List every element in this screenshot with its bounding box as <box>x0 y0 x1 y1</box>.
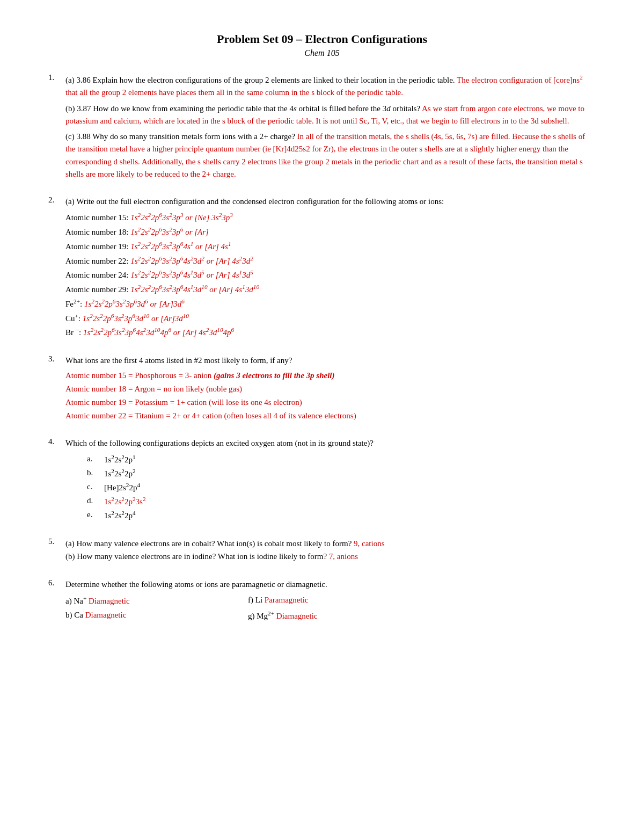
problem-1: 1. (a) 3.86 Explain how the electron con… <box>48 73 596 180</box>
problem-1a: (a) 3.86 Explain how the electron config… <box>65 73 596 99</box>
problem-1b: (b) 3.87 How do we know from examining t… <box>65 103 596 128</box>
option-c: c. [He]2s22p4 <box>87 480 596 494</box>
p6-row1-col2: f) Li Paramagnetic <box>248 594 596 607</box>
problem-1-number: 1. <box>48 73 61 180</box>
problem-3-number: 3. <box>48 354 61 422</box>
problem-6: 6. Determine whether the following atoms… <box>48 578 596 622</box>
ion-19: Atomic number 19 = Potassium = 1+ cation… <box>65 396 596 409</box>
page-subtitle: Chem 105 <box>48 48 596 58</box>
atom-18: Atomic number 18: 1s22s22p63s23p6 or [Ar… <box>65 224 596 239</box>
problem-2: 2. (a) Write out the full electron confi… <box>48 195 596 339</box>
problem-2-atoms: Atomic number 15: 1s22s22p63s23p3 or [Ne… <box>65 210 596 339</box>
problem-2-intro: (a) Write out the full electron configur… <box>65 195 596 208</box>
option-b: b. 1s22s22p2 <box>87 466 596 480</box>
p6-row1-col1: a) Na+ Diamagnetic <box>65 594 237 607</box>
ion-15: Atomic number 15 = Phosphorous = 3- anio… <box>65 369 596 382</box>
page-title: Problem Set 09 – Electron Configurations <box>48 32 596 46</box>
problem-2-number: 2. <box>48 195 61 339</box>
problem-3-intro: What ions are the first 4 atoms listed i… <box>65 354 596 367</box>
atom-br-: Br −: 1s22s22p63s23p64s23d104p6 or [Ar] … <box>65 325 596 339</box>
problem-6-number: 6. <box>48 578 61 622</box>
problem-5: 5. (a) How many valence electrons are in… <box>48 537 596 564</box>
problem-1-content: (a) 3.86 Explain how the electron config… <box>65 73 596 180</box>
problem-2-content: (a) Write out the full electron configur… <box>65 195 596 339</box>
atom-fe2: Fe2+: 1s22s22p63s23p63d6 or [Ar]3d6 <box>65 296 596 311</box>
problem-5-parts: (a) How many valence electrons are in co… <box>65 537 596 564</box>
atom-29: Atomic number 29: 1s22s22p63s23p64s13d10… <box>65 282 596 296</box>
problem-4-options: a. 1s22s22p1 b. 1s22s22p2 c. [He]2s22p4 … <box>87 452 596 522</box>
problem-4: 4. Which of the following configurations… <box>48 437 596 521</box>
problem-5a: (a) How many valence electrons are in co… <box>65 537 596 550</box>
problem-4-content: Which of the following configurations de… <box>65 437 596 521</box>
problem-3-items: Atomic number 15 = Phosphorous = 3- anio… <box>65 369 596 422</box>
p6-row2-col2: g) Mg2+ Diamagnetic <box>248 609 596 622</box>
atom-15: Atomic number 15: 1s22s22p63s23p3 or [Ne… <box>65 210 596 224</box>
option-a: a. 1s22s22p1 <box>87 452 596 466</box>
problem-5-number: 5. <box>48 537 61 564</box>
problem-6-table: a) Na+ Diamagnetic f) Li Paramagnetic b)… <box>65 594 596 622</box>
problem-3-content: What ions are the first 4 atoms listed i… <box>65 354 596 422</box>
atom-19: Atomic number 19: 1s22s22p63s23p64s1 or … <box>65 239 596 253</box>
atom-22: Atomic number 22: 1s22s22p63s23p64s23d2 … <box>65 253 596 268</box>
p6-row2-col1: b) Ca Diamagnetic <box>65 609 237 622</box>
option-d: d. 1s22s22p23s2 <box>87 494 596 508</box>
problem-4-intro: Which of the following configurations de… <box>65 437 596 449</box>
problem-5b: (b) How many valence electrons are in io… <box>65 550 596 563</box>
option-e: e. 1s22s22p4 <box>87 508 596 522</box>
problem-5-content: (a) How many valence electrons are in co… <box>65 537 596 564</box>
problem-4-number: 4. <box>48 437 61 521</box>
atom-cu+: Cu+: 1s22s22p63s23p63d10 or [Ar]3d10 <box>65 311 596 325</box>
problem-3: 3. What ions are the first 4 atoms liste… <box>48 354 596 422</box>
ion-22: Atomic number 22 = Titanium = 2+ or 4+ c… <box>65 409 596 423</box>
atom-24: Atomic number 24: 1s22s22p63s23p64s13d5 … <box>65 267 596 282</box>
ion-18: Atomic number 18 = Argon = no ion likely… <box>65 382 596 396</box>
problem-1c: (c) 3.88 Why do so many transition metal… <box>65 130 596 180</box>
problem-6-intro: Determine whether the following atoms or… <box>65 578 596 591</box>
problem-6-content: Determine whether the following atoms or… <box>65 578 596 622</box>
